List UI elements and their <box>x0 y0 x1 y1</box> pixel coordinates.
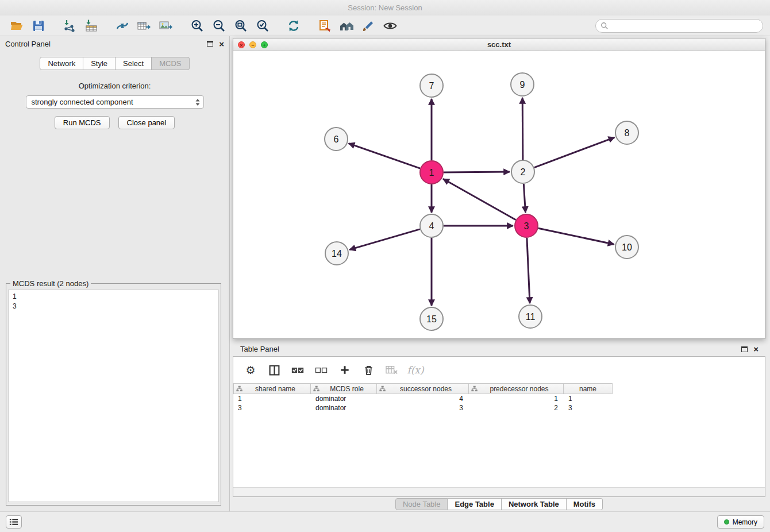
table-horizontal-scrollbar[interactable] <box>233 487 765 496</box>
table-panel-title: Table Panel <box>240 345 279 353</box>
table-rows: 1dominator4113dominator323 <box>233 394 765 413</box>
column-header-shared-name[interactable]: shared name <box>233 383 311 394</box>
tab-style[interactable]: Style <box>83 57 116 70</box>
fx-icon: f(x) <box>407 364 424 376</box>
criterion-dropdown-value: strongly connected component <box>32 98 194 106</box>
criterion-dropdown[interactable]: strongly connected component <box>26 95 204 109</box>
style-brush-button[interactable] <box>357 17 379 34</box>
graph-node-11[interactable]: 11 <box>519 305 542 328</box>
graph-edge-1-6[interactable] <box>349 144 421 169</box>
add-row-button[interactable] <box>338 363 352 377</box>
tab-mcds[interactable]: MCDS <box>152 57 189 70</box>
close-panel-icon[interactable]: × <box>219 40 224 48</box>
zoom-fit-button[interactable] <box>230 17 252 34</box>
graph-node-9[interactable]: 9 <box>511 73 534 96</box>
network-graph: 7968124314101511 <box>233 51 765 338</box>
graph-edge-2-8[interactable] <box>534 137 615 168</box>
table-settings-button[interactable]: ⚙ <box>244 363 257 377</box>
columns-icon <box>268 364 280 376</box>
column-header-mcds-role[interactable]: MCDS role <box>311 383 377 394</box>
graph-node-2[interactable]: 2 <box>511 160 534 183</box>
tab-motifs[interactable]: Motifs <box>567 498 603 510</box>
graph-edge-4-14[interactable] <box>349 229 420 250</box>
table-row[interactable]: 1dominator411 <box>233 394 765 403</box>
delete-table-icon <box>385 364 399 376</box>
tab-network-table[interactable]: Network Table <box>502 498 567 510</box>
deselect-all-button[interactable] <box>314 363 328 377</box>
delete-table-button[interactable] <box>385 363 399 377</box>
run-mcds-button[interactable]: Run MCDS <box>55 116 110 129</box>
tab-edge-table[interactable]: Edge Table <box>448 498 501 510</box>
export-image-button[interactable] <box>155 17 177 34</box>
control-panel: Control Panel × Network Style Select MCD… <box>0 36 230 511</box>
graph-node-label: 14 <box>332 249 342 259</box>
mcds-result-list[interactable]: 1 3 <box>8 290 219 502</box>
graph-edge-3-10[interactable] <box>538 228 614 244</box>
minimize-window-button[interactable]: − <box>249 41 256 48</box>
style-brush-icon <box>361 19 375 33</box>
tab-node-table[interactable]: Node Table <box>395 498 448 510</box>
table-cell: dominator <box>311 403 377 413</box>
search-icon <box>600 22 609 30</box>
trash-icon <box>363 364 375 376</box>
title-bar: Session: New Session <box>0 0 770 16</box>
graph-edge-1-2[interactable] <box>444 172 510 172</box>
import-network-button[interactable] <box>59 17 80 34</box>
graph-node-label: 8 <box>625 128 630 138</box>
load-network-button[interactable] <box>111 17 133 34</box>
search-input[interactable] <box>611 22 758 30</box>
network-canvas[interactable]: 7968124314101511 <box>233 51 765 338</box>
apply-function-button[interactable]: f(x) <box>409 363 422 377</box>
graph-node-8[interactable]: 8 <box>615 121 638 144</box>
graph-node-1[interactable]: 1 <box>420 161 443 184</box>
first-neighbors-button[interactable] <box>314 17 336 34</box>
tab-select[interactable]: Select <box>116 57 152 70</box>
home-network-button[interactable] <box>336 17 357 34</box>
network-window-title: scc.txt <box>487 40 511 49</box>
graph-node-7[interactable]: 7 <box>420 74 443 97</box>
zoom-out-icon <box>212 19 226 33</box>
zoom-window-button[interactable]: + <box>261 41 268 48</box>
hide-panel-button[interactable] <box>379 17 401 34</box>
zoom-in-button[interactable] <box>186 17 208 34</box>
window-traffic-lights: × − + <box>238 41 268 48</box>
zoom-out-button[interactable] <box>208 17 230 34</box>
zoom-selected-button[interactable] <box>252 17 274 34</box>
graph-node-3[interactable]: 3 <box>515 214 538 237</box>
graph-edge-3-1[interactable] <box>443 179 516 219</box>
task-history-button[interactable] <box>6 515 22 529</box>
column-header-successor-nodes[interactable]: successor nodes <box>377 383 469 394</box>
close-panel-button[interactable]: Close panel <box>118 116 175 129</box>
graph-node-4[interactable]: 4 <box>420 214 443 237</box>
memory-button[interactable]: Memory <box>717 515 764 529</box>
graph-node-15[interactable]: 15 <box>420 307 443 330</box>
graph-edge-2-3[interactable] <box>523 184 525 213</box>
delete-row-button[interactable] <box>361 363 375 377</box>
graph-node-6[interactable]: 6 <box>325 128 348 151</box>
select-all-button[interactable] <box>291 363 305 377</box>
graph-node-10[interactable]: 10 <box>615 236 638 259</box>
column-header-predecessor-nodes[interactable]: predecessor nodes <box>469 383 564 394</box>
tab-network[interactable]: Network <box>40 57 83 70</box>
graph-edge-2-9[interactable] <box>522 98 523 160</box>
table-row[interactable]: 3dominator323 <box>233 403 765 413</box>
column-header-name[interactable]: name <box>564 383 613 394</box>
float-panel-icon[interactable] <box>207 41 213 47</box>
graph-edge-3-11[interactable] <box>527 238 530 303</box>
graph-node-label: 11 <box>526 312 536 322</box>
graph-node-14[interactable]: 14 <box>325 242 348 265</box>
table-cell: 3 <box>233 403 311 413</box>
table-empty-area <box>233 413 765 487</box>
graph-node-label: 15 <box>426 314 437 324</box>
export-table-button[interactable] <box>133 17 155 34</box>
save-session-button[interactable] <box>28 17 49 34</box>
search-field <box>595 19 763 33</box>
float-table-panel-icon[interactable] <box>741 346 748 352</box>
open-session-button[interactable] <box>6 17 28 34</box>
close-table-panel-icon[interactable]: × <box>753 345 759 353</box>
table-cell: 2 <box>469 403 564 413</box>
column-visibility-button[interactable] <box>267 363 281 377</box>
close-window-button[interactable]: × <box>238 41 245 48</box>
refresh-view-button[interactable] <box>283 17 305 34</box>
import-table-button[interactable] <box>80 17 102 34</box>
